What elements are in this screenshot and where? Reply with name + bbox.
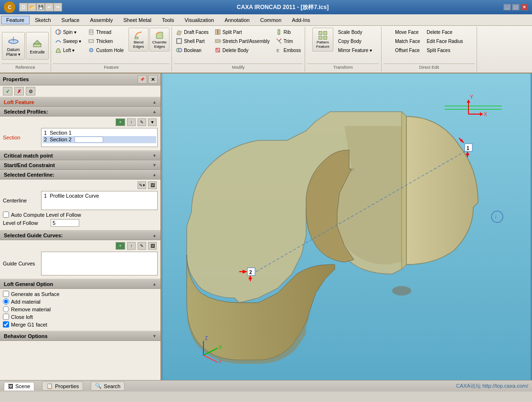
- edit-centerline-button[interactable]: ✎▾: [138, 181, 146, 189]
- split-faces-button[interactable]: Split Faces: [425, 46, 465, 54]
- behavior-header[interactable]: Behavior Options ▼: [0, 331, 160, 341]
- qa-open[interactable]: 📂: [28, 3, 36, 11]
- tab-properties[interactable]: 📋 Properties: [42, 381, 83, 391]
- cancel-button[interactable]: ✗: [14, 87, 24, 95]
- settings-button[interactable]: ⚙: [26, 87, 35, 95]
- section-row: Section 1 Section 1 2 Section 2: [3, 128, 158, 147]
- pin-button[interactable]: 📌: [138, 75, 147, 84]
- section-list[interactable]: 1 Section 1 2 Section 2: [41, 128, 158, 147]
- shell-part-button[interactable]: Shell Part: [174, 37, 211, 45]
- extrude-button[interactable]: Extrude: [26, 32, 49, 60]
- tab-scene[interactable]: 🖼 Scene: [4, 382, 34, 391]
- menu-common[interactable]: Common: [255, 16, 287, 24]
- menu-sheetmetal[interactable]: Sheet Metal: [118, 16, 157, 24]
- delete-face-button[interactable]: Delete Face: [425, 28, 465, 36]
- qa-save[interactable]: 💾: [36, 3, 45, 11]
- viewport[interactable]: Y X Z X Y 1: [161, 74, 532, 380]
- tab-search[interactable]: 🔍 Search: [91, 381, 125, 391]
- merge-g1-checkbox[interactable]: [3, 321, 9, 328]
- loft-general-header[interactable]: Loft General Option ▲: [0, 279, 160, 289]
- centerline-img-button[interactable]: 🖼: [148, 181, 157, 189]
- selected-profiles-header[interactable]: Selected Profiles: ▲: [0, 107, 160, 116]
- rib-button[interactable]: Rib: [274, 28, 303, 36]
- move-face-button[interactable]: Move Face: [393, 28, 422, 36]
- boolean-button[interactable]: Boolean: [174, 46, 211, 54]
- blend-edges-button[interactable]: BlendEdges: [128, 28, 149, 52]
- centerline-list[interactable]: 1 Profile Locator Curve: [41, 191, 158, 210]
- menu-sketch[interactable]: Sketch: [30, 16, 56, 24]
- selected-profiles-body: + ↑ ✎ ▼ Section 1 Section 1 2 Section 2: [0, 116, 160, 151]
- minimize-button[interactable]: _: [503, 4, 511, 11]
- datum-plane-button[interactable]: DatumPlane ▾: [2, 32, 25, 60]
- trim-button[interactable]: Trim: [274, 37, 303, 45]
- thread-button[interactable]: Thread: [86, 28, 126, 36]
- thicken-button[interactable]: Thicken: [86, 37, 126, 45]
- profile-menu-button[interactable]: ▼: [148, 118, 157, 126]
- auto-compute-checkbox[interactable]: [3, 212, 9, 218]
- copy-body-button[interactable]: Copy Body: [336, 37, 374, 45]
- delete-body-button[interactable]: Delete Body: [213, 46, 272, 54]
- add-profile-button[interactable]: +: [116, 118, 125, 126]
- scale-body-button[interactable]: Scale Body: [336, 28, 374, 36]
- menu-visualization[interactable]: Visualization: [180, 16, 220, 24]
- menu-annotation[interactable]: Annotation: [219, 16, 255, 24]
- edit-face-radius-button[interactable]: Edit Face Radius: [425, 37, 465, 45]
- modify-label: Modify: [174, 63, 303, 71]
- section-item-2[interactable]: 2 Section 2: [43, 136, 156, 143]
- svg-text:E: E: [277, 48, 279, 53]
- centerline-header[interactable]: Selected Centerline: ▲: [0, 170, 160, 180]
- add-material-row: Add material: [3, 298, 158, 305]
- remove-material-radio[interactable]: [3, 306, 9, 312]
- close-properties-button[interactable]: ✕: [148, 75, 158, 84]
- menu-feature[interactable]: Feature: [1, 16, 30, 24]
- edit-profile-button[interactable]: ✎: [138, 118, 146, 126]
- section-item-1[interactable]: 1 Section 1: [43, 129, 156, 136]
- loft-button[interactable]: Loft ▾: [53, 46, 83, 54]
- emboss-button[interactable]: E Emboss: [274, 46, 303, 54]
- split-part-button[interactable]: Split Part: [213, 28, 272, 36]
- critical-match-header[interactable]: Critical match point ▼: [0, 151, 160, 160]
- accept-button[interactable]: ✓: [3, 87, 12, 95]
- qa-new[interactable]: 🗋: [19, 3, 28, 11]
- guide-row: Guide Curves: [3, 252, 158, 275]
- close-loft-checkbox[interactable]: [3, 314, 9, 320]
- maximize-button[interactable]: □: [512, 4, 520, 11]
- chamfer-edges-button[interactable]: ChamferEdges: [149, 28, 170, 52]
- centerline-item[interactable]: 1 Profile Locator Curve: [43, 192, 156, 199]
- menu-addins[interactable]: Add-Ins: [287, 16, 315, 24]
- offset-face-button[interactable]: Offset Face: [393, 46, 422, 54]
- qa-undo[interactable]: ↩: [45, 3, 53, 11]
- add-guide-button[interactable]: +: [116, 242, 125, 250]
- guide-curves-header[interactable]: Selected Guide Curves: ▲: [0, 231, 160, 240]
- properties-header: Properties 📌 ✕: [0, 74, 160, 85]
- draft-faces-button[interactable]: Draft Faces: [174, 28, 211, 36]
- pattern-feature-button[interactable]: PatternFeature: [312, 28, 333, 52]
- guide-img-button[interactable]: 🖼: [148, 242, 157, 250]
- guide-list[interactable]: [41, 252, 158, 275]
- centerline-toolbar: ✎▾ 🖼: [3, 181, 158, 189]
- qa-redo[interactable]: ↪: [53, 3, 62, 11]
- selected-profiles-label: Selected Profiles:: [4, 109, 48, 115]
- menu-surface[interactable]: Surface: [56, 16, 85, 24]
- loft-feature-label: Loft Feature: [4, 99, 34, 105]
- loft-feature-header[interactable]: Loft Feature ▲: [0, 97, 160, 107]
- start-end-header[interactable]: Start/End Constraint ▼: [0, 160, 160, 170]
- edit-guide-button[interactable]: ✎: [138, 242, 146, 250]
- stretch-button[interactable]: Stretch Part/Assembly: [213, 37, 272, 45]
- customhole-button[interactable]: Custom Hole: [86, 46, 126, 54]
- close-button[interactable]: ✕: [521, 4, 528, 11]
- sweep-button[interactable]: Sweep ▾: [53, 37, 83, 45]
- level-follow-input[interactable]: [51, 219, 79, 227]
- guide-up-button[interactable]: ↑: [127, 242, 136, 250]
- menu-assembly[interactable]: Assembly: [85, 16, 118, 24]
- add-material-radio[interactable]: [3, 298, 9, 305]
- spin-button[interactable]: Spin ▾: [53, 28, 83, 36]
- section-2-input[interactable]: [74, 137, 103, 143]
- mirror-feature-button[interactable]: Mirror Feature ▾: [336, 46, 374, 54]
- match-face-button[interactable]: Match Face: [393, 37, 422, 45]
- move-profile-up-button[interactable]: ↑: [127, 118, 136, 126]
- generate-surface-checkbox[interactable]: [3, 291, 9, 297]
- properties-title: Properties: [3, 76, 29, 82]
- auto-compute-label: Auto Compute Level of Follow: [11, 212, 81, 218]
- menu-tools[interactable]: Tools: [157, 16, 180, 24]
